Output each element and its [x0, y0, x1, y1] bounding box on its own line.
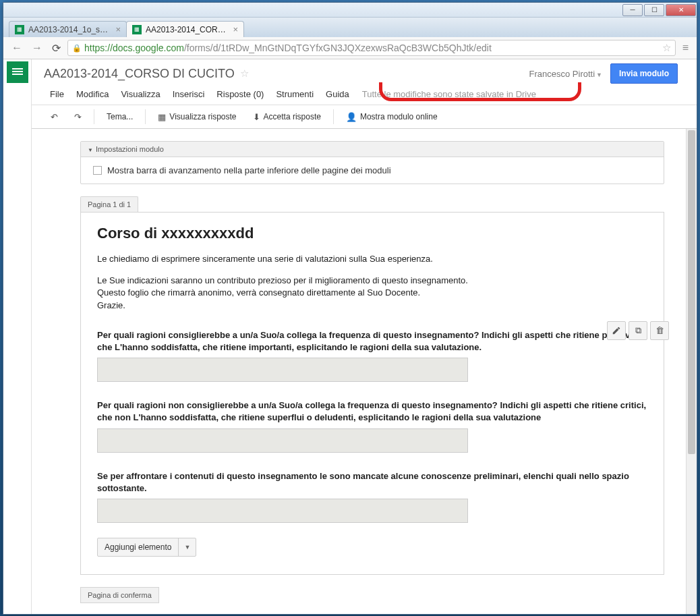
browser-tab[interactable]: ▦ AA2013-2014_1o_sem_cor × — [9, 21, 127, 37]
browser-window: ─ ☐ ✕ ▦ AA2013-2014_1o_sem_cor × ▦ AA201… — [3, 2, 697, 615]
chevron-down-icon[interactable]: ▼ — [179, 540, 196, 555]
question-tools: ⧉ 🗑 — [607, 321, 669, 340]
undo-icon: ↶ — [51, 112, 58, 122]
forms-logo-icon[interactable] — [7, 61, 28, 83]
separator — [145, 109, 146, 124]
form-description[interactable]: Le Sue indicazioni saranno un contributo… — [97, 275, 647, 312]
question-block[interactable]: Se per affrontare i contenuti di questo … — [97, 470, 647, 523]
scrollbar-thumb[interactable] — [688, 130, 695, 454]
progress-bar-checkbox[interactable]: Mostra barra di avanzamento nella parte … — [93, 165, 651, 175]
checkbox-label: Mostra barra di avanzamento nella parte … — [107, 165, 391, 175]
scrollbar[interactable] — [686, 129, 697, 614]
redo-icon: ↷ — [74, 112, 82, 122]
tab-close-icon[interactable]: × — [233, 24, 238, 34]
settings-card: ▼Impostazioni modulo Mostra barra di ava… — [80, 141, 664, 184]
answer-input[interactable] — [97, 499, 468, 523]
page-indicator: Pagina 1 di 1 — [80, 196, 138, 212]
user-menu[interactable]: Francesco Pirotti▼ — [529, 67, 602, 80]
url-protocol: https — [84, 43, 105, 53]
doc-title[interactable]: AA2013-2014_CORSO DI CUCITO — [44, 67, 235, 81]
user-name: Francesco Pirotti — [529, 69, 595, 79]
maximize-button[interactable]: ☐ — [644, 4, 664, 16]
tab-close-icon[interactable]: × — [115, 24, 121, 34]
form-description[interactable]: Le chiediamo di esprimere sinceramente u… — [97, 253, 647, 265]
add-element-button[interactable]: Aggiungi elemento ▼ — [97, 538, 196, 557]
browser-tab-active[interactable]: ▦ AA2013-2014_CORSO DI C × — [126, 21, 244, 37]
question-block[interactable]: ⧉ 🗑 Per quali ragioni consiglierebbe a u… — [97, 329, 647, 382]
tab-label: AA2013-2014_1o_sem_cor — [28, 25, 111, 34]
duplicate-button[interactable]: ⧉ — [629, 321, 647, 340]
separator — [94, 109, 94, 124]
accept-responses-button[interactable]: ⬇Accetta risposte — [246, 109, 328, 125]
back-icon[interactable]: ← — [9, 40, 25, 55]
minimize-button[interactable]: ─ — [622, 4, 643, 16]
view-responses-button[interactable]: ▦Visualizza risposte — [151, 109, 243, 125]
tab-bar: ▦ AA2013-2014_1o_sem_cor × ▦ AA2013-2014… — [3, 18, 697, 37]
sheets-icon: ▦ — [132, 25, 142, 34]
address-bar[interactable]: 🔒 https://docs.google.com/forms/d/1tRDw_… — [67, 40, 676, 56]
menu-strumenti[interactable]: Strumenti — [270, 86, 320, 102]
tab-label: AA2013-2014_CORSO DI C — [146, 25, 229, 34]
separator — [333, 109, 334, 124]
menu-guida[interactable]: Guida — [320, 86, 355, 102]
settings-header[interactable]: ▼Impostazioni modulo — [81, 142, 664, 157]
doc-header: AA2013-2014_CORSO DI CUCITO ☆ Francesco … — [32, 59, 697, 102]
browser-menu-icon[interactable]: ≡ — [680, 42, 691, 54]
download-icon: ⬇ — [253, 112, 260, 122]
answer-input[interactable] — [97, 358, 468, 382]
add-element-label: Aggiungi elemento — [98, 538, 179, 556]
confirm-page-label: Pagina di conferma — [80, 587, 159, 603]
question-label: Se per affrontare i contenuti di questo … — [97, 470, 647, 495]
content-area[interactable]: ▼Impostazioni modulo Mostra barra di ava… — [32, 129, 697, 614]
edit-button[interactable] — [607, 321, 626, 340]
chevron-down-icon: ▼ — [88, 147, 93, 153]
undo-button[interactable]: ↶ — [44, 109, 65, 125]
close-button[interactable]: ✕ — [666, 4, 696, 16]
window-titlebar[interactable]: ─ ☐ ✕ — [3, 3, 697, 18]
menu-bar: File Modifica Visualizza Inserisci Rispo… — [44, 86, 678, 102]
form-page-card[interactable]: Corso di xxxxxxxxxdd Le chiediamo di esp… — [80, 212, 664, 575]
question-label: Per quali ragioni consiglierebbe a un/a … — [97, 329, 647, 354]
menu-visualizza[interactable]: Visualizza — [115, 86, 166, 102]
menu-inserisci[interactable]: Inserisci — [167, 86, 211, 102]
copy-icon: ⧉ — [635, 325, 641, 336]
url-path: /forms/d/1tRDw_MnGtNDqTGYfxGN3JQXzexwsRa… — [184, 43, 492, 53]
save-status: Tutte le modifiche sono state salvate in… — [355, 86, 536, 102]
redo-button[interactable]: ↷ — [67, 109, 88, 125]
trash-icon: 🗑 — [655, 325, 664, 335]
question-block[interactable]: Per quali ragioni non consiglierebbe a u… — [97, 399, 647, 452]
answer-input[interactable] — [97, 428, 468, 453]
toolbar: ↶ ↷ Tema... ▦Visualizza risposte ⬇Accett… — [32, 105, 697, 129]
star-icon[interactable]: ☆ — [240, 67, 249, 80]
checkbox-icon — [93, 166, 102, 175]
url-host: ://docs.google.com — [105, 43, 184, 53]
sheets-icon: ▦ — [15, 25, 24, 34]
form-title[interactable]: Corso di xxxxxxxxxdd — [97, 225, 647, 242]
pencil-icon — [612, 326, 621, 335]
question-label: Per quali ragioni non consiglierebbe a u… — [97, 399, 647, 424]
forward-icon[interactable]: → — [29, 40, 45, 55]
person-icon: 👤 — [346, 112, 357, 122]
table-icon: ▦ — [158, 112, 166, 122]
reload-icon[interactable]: ⟳ — [49, 40, 63, 56]
forms-app: AA2013-2014_CORSO DI CUCITO ☆ Francesco … — [3, 59, 697, 614]
menu-modifica[interactable]: Modifica — [70, 86, 115, 102]
app-sidebar — [3, 59, 32, 614]
bookmark-icon[interactable]: ☆ — [662, 42, 671, 54]
send-form-button[interactable]: Invia modulo — [610, 63, 678, 84]
menu-risposte[interactable]: Risposte (0) — [210, 86, 270, 102]
chevron-down-icon: ▼ — [596, 72, 602, 78]
lock-icon: 🔒 — [72, 44, 82, 53]
delete-button[interactable]: 🗑 — [650, 321, 669, 340]
menu-file[interactable]: File — [44, 86, 70, 102]
browser-navbar: ← → ⟳ 🔒 https://docs.google.com/forms/d/… — [3, 37, 697, 59]
theme-button[interactable]: Tema... — [100, 109, 140, 125]
show-online-button[interactable]: 👤Mostra modulo online — [339, 109, 444, 125]
